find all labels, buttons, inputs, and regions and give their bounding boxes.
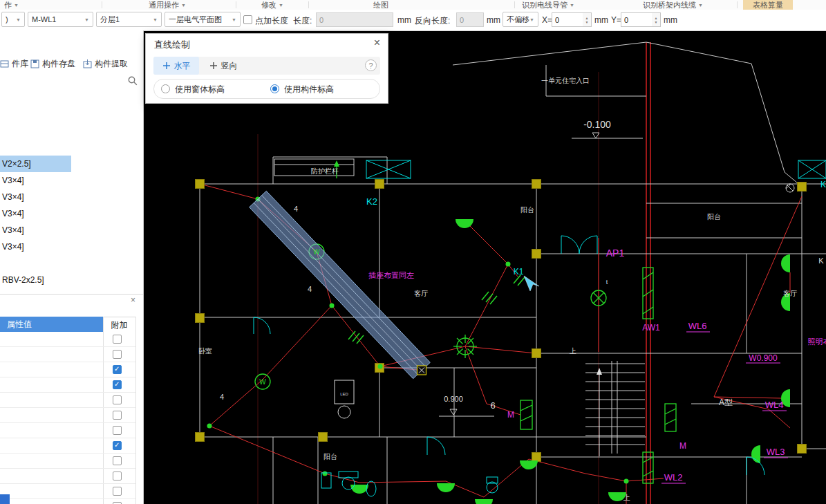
- combo-partial[interactable]: )▼: [1, 12, 25, 27]
- canvas-label: WL3: [767, 447, 785, 457]
- list-item[interactable]: RBV-2x2.5]: [0, 272, 71, 288]
- bottom-left-badge[interactable]: [0, 494, 10, 504]
- list-item[interactable]: V2×2.5]: [0, 156, 71, 172]
- list-item[interactable]: V3×4]: [0, 239, 71, 255]
- menu-separator: [514, 1, 515, 8]
- menu-item-general-ops[interactable]: 通用操作▼: [149, 0, 186, 10]
- x-offset-input[interactable]: [552, 12, 583, 27]
- attribute-checkbox[interactable]: [113, 472, 122, 480]
- canvas-label: M: [507, 410, 514, 420]
- table-row: [0, 377, 135, 393]
- vertical-mode-button[interactable]: 竖向: [200, 57, 246, 75]
- table-gridline: [135, 317, 136, 504]
- help-icon[interactable]: ?: [365, 59, 377, 71]
- canvas-label: W0.900: [749, 353, 778, 363]
- canvas-label: 4: [220, 393, 224, 401]
- table-row: [0, 499, 135, 504]
- attribute-checkbox[interactable]: [113, 365, 122, 374]
- y-offset-input[interactable]: [621, 12, 653, 27]
- horizontal-mode-button[interactable]: 水平: [153, 57, 199, 75]
- canvas-label: 阳台: [520, 206, 534, 214]
- offset-mode-dropdown[interactable]: 不偏移▼: [503, 12, 538, 27]
- length-label: 长度:: [293, 15, 312, 27]
- attribute-checkbox[interactable]: [113, 456, 122, 465]
- chevron-down-icon: ▼: [153, 17, 158, 22]
- horizontal-icon: [162, 62, 171, 70]
- dialog-close-icon[interactable]: ×: [374, 37, 380, 49]
- attribute-checkbox[interactable]: [113, 335, 122, 344]
- attribute-checkbox[interactable]: [113, 395, 122, 404]
- chevron-down-icon: ▼: [16, 17, 21, 22]
- list-item[interactable]: V3×4]: [0, 172, 71, 189]
- canvas-label: 客厅: [783, 290, 797, 297]
- menu-separator: [308, 1, 309, 8]
- drawing-sheet-dropdown[interactable]: 一层电气平面图▼: [165, 12, 241, 27]
- canvas-label: AW1: [642, 323, 660, 333]
- list-item[interactable]: V3×4]: [0, 189, 71, 205]
- mm-unit-label: mm: [487, 15, 500, 25]
- canvas-label: K: [820, 180, 826, 189]
- canvas-label: 上: [569, 347, 576, 355]
- menu-item-identify-tray-cable[interactable]: 识别桥架内线缆▼: [643, 0, 703, 10]
- staircase: [585, 361, 645, 456]
- attribute-checkbox[interactable]: [113, 426, 122, 435]
- canvas-label: M: [679, 441, 686, 451]
- component-library-button[interactable]: 件库: [0, 55, 28, 72]
- y-offset-stepper[interactable]: ▲▼: [652, 12, 661, 27]
- component-panel: 件库 构件存盘 构件提取 V2×2.5] V3×4] V3×4] V3×4] V…: [0, 30, 144, 504]
- point-add-length-label: 点加长度: [255, 15, 288, 27]
- menu-item-modify[interactable]: 修改▼: [261, 0, 283, 10]
- panel-close-icon[interactable]: ×: [131, 295, 135, 305]
- canvas-label: 0.900: [444, 395, 463, 403]
- menu-item-identify-conduit[interactable]: 识别电线导管▼: [522, 0, 574, 10]
- x-offset-stepper[interactable]: ▲▼: [583, 12, 592, 27]
- length-input[interactable]: [316, 12, 393, 27]
- canvas-label: t: [606, 279, 608, 286]
- search-icon[interactable]: [128, 76, 138, 86]
- attribute-checkbox[interactable]: [113, 350, 122, 359]
- table-row: [0, 438, 135, 454]
- canvas-label: K1: [514, 267, 524, 277]
- component-extract-button[interactable]: 构件提取: [83, 55, 128, 72]
- reverse-length-input[interactable]: [456, 12, 484, 27]
- attribute-checkbox[interactable]: [113, 487, 122, 496]
- chevron-down-icon: ▼: [181, 1, 186, 10]
- canvas-label: 卧室: [198, 347, 212, 355]
- attribute-checkbox[interactable]: [113, 441, 122, 450]
- chevron-down-icon: ▼: [529, 17, 534, 22]
- extract-icon: [83, 59, 92, 68]
- property-header-attach: 附加: [103, 317, 135, 332]
- conduit-selection[interactable]: [250, 191, 431, 378]
- attribute-checkbox[interactable]: [113, 411, 122, 420]
- list-item[interactable]: V3×4]: [0, 222, 71, 239]
- list-item[interactable]: V3×4]: [0, 205, 71, 222]
- menu-item-table-quantity[interactable]: 表格算量: [743, 0, 793, 10]
- section-line: [646, 42, 650, 504]
- canvas-label: WL4: [765, 400, 784, 410]
- canvas-label: LED: [340, 392, 348, 396]
- cursor-arrow: [524, 276, 539, 291]
- table-row: [0, 408, 135, 423]
- canvas-label: 4: [308, 285, 312, 293]
- hatch-marker: [786, 184, 794, 192]
- attribute-checkbox[interactable]: [113, 380, 122, 389]
- wire-type-dropdown[interactable]: M-WL1▼: [28, 12, 93, 27]
- layer-dropdown[interactable]: 分层1▼: [96, 12, 162, 27]
- vertical-icon: [209, 62, 218, 70]
- canvas-label: WL2: [664, 472, 683, 483]
- use-component-elevation-radio[interactable]: [270, 84, 279, 93]
- menu-bar: 作▼ 通用操作▼ 修改▼ 绘图 识别电线导管▼ 识别桥架内线缆▼ 表格算量: [0, 0, 826, 10]
- menu-item-draw[interactable]: 绘图: [373, 0, 388, 10]
- point-add-length-checkbox[interactable]: [243, 15, 252, 24]
- component-save-button[interactable]: 构件存盘: [30, 55, 75, 72]
- use-window-elevation-radio[interactable]: [161, 84, 170, 93]
- orientation-segment: 水平 竖向 ?: [153, 57, 380, 75]
- canvas-label: 4: [294, 205, 298, 213]
- canvas-label: K2: [366, 196, 377, 207]
- menu-item-operation[interactable]: 作▼: [4, 0, 19, 10]
- use-window-elevation-label: 使用窗体标高: [175, 84, 225, 95]
- table-row: [0, 454, 135, 469]
- use-component-elevation-label: 使用构件标高: [284, 84, 334, 95]
- canvas-label: W: [259, 378, 266, 386]
- chevron-down-icon: ▼: [698, 1, 703, 10]
